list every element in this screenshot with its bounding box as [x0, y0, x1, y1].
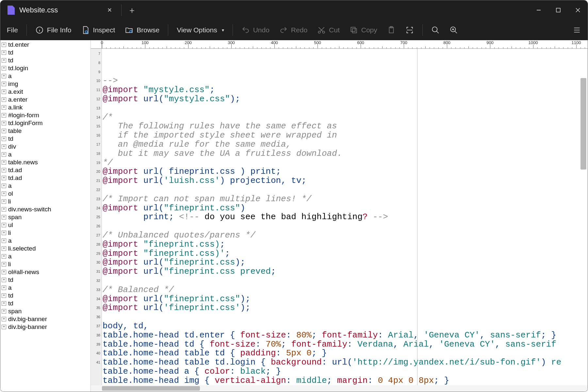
- file-menu[interactable]: File: [2, 24, 23, 37]
- tree-item[interactable]: +li: [0, 260, 90, 268]
- expand-icon[interactable]: +: [2, 58, 6, 63]
- expand-icon[interactable]: +: [2, 74, 6, 78]
- expand-icon[interactable]: +: [2, 293, 6, 298]
- code-line[interactable]: [103, 222, 588, 231]
- expand-icon[interactable]: +: [2, 231, 6, 235]
- tree-item[interactable]: +td: [0, 49, 90, 57]
- code-line[interactable]: @import url("fineprint.css);: [103, 258, 588, 267]
- file-info-button[interactable]: File Info: [31, 23, 76, 37]
- tree-item[interactable]: +ol#all-news: [0, 268, 90, 276]
- tree-item[interactable]: +div.big-banner: [0, 323, 90, 331]
- code-line[interactable]: @import url("mystyle.css");: [103, 95, 588, 104]
- expand-icon[interactable]: +: [2, 129, 6, 133]
- code-line[interactable]: @import "fineprint.css);: [103, 240, 588, 249]
- expand-icon[interactable]: +: [2, 152, 6, 157]
- tree-item[interactable]: +div: [0, 143, 90, 151]
- code-line[interactable]: table.home-head table td { padding: 5px …: [103, 349, 588, 358]
- expand-icon[interactable]: +: [2, 325, 6, 329]
- tree-item[interactable]: +a: [0, 284, 90, 292]
- code-line[interactable]: an @media rule for the same media,: [103, 140, 588, 149]
- tree-item[interactable]: +img: [0, 80, 90, 88]
- code-line[interactable]: [103, 313, 588, 322]
- expand-icon[interactable]: +: [2, 168, 6, 172]
- code-line[interactable]: /* Import can not span multiple lines! *…: [103, 195, 588, 204]
- tree-item[interactable]: +table.news: [0, 158, 90, 166]
- tree-item[interactable]: +td: [0, 276, 90, 284]
- cut-button[interactable]: Cut: [313, 23, 344, 37]
- expand-icon[interactable]: +: [2, 246, 6, 251]
- tree-item[interactable]: +a.exit: [0, 88, 90, 96]
- tree-item[interactable]: +td.login: [0, 64, 90, 72]
- code-line[interactable]: -->: [103, 76, 588, 86]
- code-line[interactable]: @import url('fineprint.css');: [103, 303, 588, 313]
- tree-item[interactable]: +td.loginForm: [0, 119, 90, 127]
- expand-icon[interactable]: +: [2, 278, 6, 282]
- expand-icon[interactable]: +: [2, 42, 6, 47]
- tree-item[interactable]: +a.link: [0, 104, 90, 111]
- horizontal-scroll-thumb[interactable]: [102, 386, 200, 391]
- new-tab-button[interactable]: ＋: [121, 0, 143, 20]
- code-text[interactable]: -->@import "mystyle.css";@import url("my…: [102, 49, 588, 385]
- code-line[interactable]: [103, 186, 588, 195]
- expand-icon[interactable]: +: [2, 215, 6, 220]
- tree-item[interactable]: +a.enter: [0, 96, 90, 104]
- expand-icon[interactable]: +: [2, 90, 6, 94]
- expand-icon[interactable]: +: [2, 199, 6, 204]
- zoom-button[interactable]: [445, 23, 463, 37]
- expand-icon[interactable]: +: [2, 113, 6, 118]
- expand-icon[interactable]: +: [2, 191, 6, 196]
- tree-item[interactable]: +li: [0, 198, 90, 205]
- code-line[interactable]: The following rules have the same effect…: [103, 122, 588, 131]
- expand-icon[interactable]: +: [2, 66, 6, 71]
- tree-item[interactable]: +#login-form: [0, 111, 90, 119]
- expand-icon[interactable]: +: [2, 238, 6, 243]
- editor-body[interactable]: 7891011121314151617181920212223242526272…: [91, 49, 588, 385]
- code-line[interactable]: @import "fineprint.css)';: [103, 249, 588, 258]
- expand-icon[interactable]: +: [2, 50, 6, 55]
- tree-item[interactable]: +span: [0, 213, 90, 221]
- tree-item[interactable]: +ul: [0, 221, 90, 229]
- tab-close-button[interactable]: ✕: [104, 5, 115, 16]
- expand-icon[interactable]: +: [2, 301, 6, 306]
- code-line[interactable]: but it may save the UA a fruitless downl…: [103, 149, 588, 158]
- code-line[interactable]: /*: [103, 113, 588, 122]
- code-line[interactable]: table.home-head img { vertical-align: mi…: [103, 376, 588, 385]
- tree-item[interactable]: +td.ad: [0, 166, 90, 174]
- code-line[interactable]: print; <!-- do you see the bad highlight…: [103, 213, 588, 222]
- tree-item[interactable]: +td.ad: [0, 174, 90, 182]
- view-options-menu[interactable]: View Options▾: [172, 24, 228, 37]
- code-line[interactable]: body, td,: [103, 322, 588, 331]
- undo-button[interactable]: Undo: [237, 23, 274, 37]
- tree-item[interactable]: +a: [0, 72, 90, 80]
- horizontal-scrollbar[interactable]: [91, 385, 588, 392]
- code-line[interactable]: @import url('luish.css') projection, tv;: [103, 176, 588, 186]
- code-line[interactable]: @import url( fineprint.css ) print;: [103, 167, 588, 176]
- tree-item[interactable]: +table: [0, 127, 90, 135]
- expand-icon[interactable]: +: [2, 207, 6, 212]
- tree-item[interactable]: +td: [0, 57, 90, 64]
- tree-item[interactable]: +span: [0, 307, 90, 315]
- code-line[interactable]: [103, 276, 588, 286]
- tree-item[interactable]: +li: [0, 229, 90, 237]
- expand-icon[interactable]: +: [2, 176, 6, 180]
- close-window-button[interactable]: [568, 0, 588, 20]
- expand-icon[interactable]: +: [2, 105, 6, 110]
- code-line[interactable]: @import url("fineprint.css");: [103, 295, 588, 304]
- search-button[interactable]: [427, 23, 444, 37]
- paste-button[interactable]: [383, 23, 400, 37]
- code-line[interactable]: @import url("fineprint.css preved;: [103, 267, 588, 276]
- code-line[interactable]: table.home-head td.enter { font-size: 80…: [103, 331, 588, 340]
- code-line[interactable]: @import "mystyle.css";: [103, 86, 588, 95]
- tree-item[interactable]: +ol: [0, 190, 90, 198]
- code-line[interactable]: /* Unbalanced quotes/parens */: [103, 231, 588, 240]
- expand-icon[interactable]: +: [2, 317, 6, 321]
- redo-button[interactable]: Redo: [275, 23, 312, 37]
- code-line[interactable]: table.home-head table td.login { backgro…: [103, 358, 588, 367]
- tree-item[interactable]: +a: [0, 237, 90, 245]
- code-line[interactable]: [103, 104, 588, 113]
- tree-item[interactable]: +div.news-switch: [0, 205, 90, 213]
- expand-icon[interactable]: +: [2, 137, 6, 141]
- code-line[interactable]: @import url("fineprint.css"): [103, 204, 588, 213]
- expand-icon[interactable]: +: [2, 82, 6, 86]
- expand-icon[interactable]: +: [2, 270, 6, 274]
